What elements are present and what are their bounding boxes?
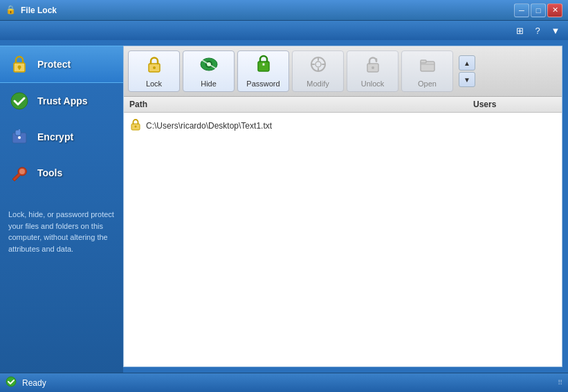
sidebar-item-trust-apps[interactable]: Trust Apps [0, 83, 123, 119]
unlock-button[interactable]: Unlock [347, 50, 398, 92]
modify-button-label: Modify [306, 80, 329, 88]
grid-icon[interactable]: ⊞ [513, 24, 526, 37]
open-button-label: Open [418, 80, 437, 88]
svg-point-27 [135, 126, 137, 128]
password-button[interactable]: * Password [237, 50, 289, 92]
sidebar-item-protect[interactable]: Protect [0, 46, 123, 83]
unlock-button-label: Unlock [361, 80, 385, 88]
file-lock-icon [129, 118, 142, 133]
lock-button-icon [145, 55, 164, 77]
help-icon[interactable]: ? [531, 24, 544, 37]
encrypt-label: Encrypt [37, 131, 73, 142]
file-list-body: C:\Users\ricardo\Desktop\Text1.txt [124, 113, 562, 139]
scroll-down-button[interactable]: ▼ [459, 72, 475, 87]
unlock-button-icon [363, 55, 383, 77]
sidebar-item-tools[interactable]: Tools [0, 155, 123, 191]
table-row[interactable]: C:\Users\ricardo\Desktop\Text1.txt [124, 115, 562, 136]
window-controls: ─ □ ✕ [514, 3, 562, 17]
tools-icon [8, 162, 30, 184]
sidebar-description: Lock, hide, or password protect your fil… [0, 198, 123, 265]
open-button[interactable]: Open [401, 50, 453, 92]
status-icon [6, 376, 17, 389]
minimize-button[interactable]: ─ [514, 3, 529, 17]
svg-point-17 [315, 62, 321, 67]
users-column-header: Users [473, 100, 556, 109]
status-text: Ready [22, 378, 46, 388]
lock-button-label: Lock [146, 80, 162, 88]
svg-rect-3 [19, 67, 20, 70]
close-button[interactable]: ✕ [547, 3, 562, 17]
password-button-label: Password [246, 80, 280, 88]
app-title: File Lock [21, 6, 514, 15]
encrypt-icon [8, 126, 30, 148]
scroll-buttons: ▲ ▼ [459, 55, 475, 87]
trust-apps-label: Trust Apps [37, 95, 88, 106]
sidebar-item-encrypt[interactable]: Encrypt [0, 119, 123, 155]
file-list: Path Users C:\Users\ricardo\Desktop\Text… [124, 97, 562, 366]
sidebar: Protect Trust Apps Encrypt [0, 40, 123, 373]
title-bar: 🔒 File Lock ─ □ ✕ [0, 0, 568, 21]
protect-icon [8, 53, 30, 75]
hide-button[interactable]: Hide [183, 50, 235, 92]
path-column-header: Path [129, 100, 473, 109]
app-icon: 🔒 [6, 5, 17, 16]
svg-rect-25 [421, 60, 426, 63]
modify-button-icon [309, 55, 328, 77]
password-button-icon: * [254, 55, 273, 77]
svg-text:*: * [262, 62, 265, 70]
svg-point-10 [153, 66, 156, 69]
app-toolbar: ⊞ ? ▼ [0, 21, 568, 40]
svg-rect-6 [15, 130, 21, 136]
svg-point-23 [372, 66, 374, 69]
hide-button-label: Hide [201, 80, 217, 88]
protect-label: Protect [37, 59, 71, 70]
resize-grip[interactable]: ⠿ [558, 379, 562, 386]
trust-apps-icon [8, 90, 30, 112]
open-button-icon [418, 55, 437, 77]
svg-point-7 [18, 136, 21, 139]
lock-button[interactable]: Lock [128, 50, 180, 92]
modify-button[interactable]: Modify [292, 50, 344, 92]
dropdown-icon[interactable]: ▼ [549, 24, 562, 37]
file-path: C:\Users\ricardo\Desktop\Text1.txt [146, 121, 556, 131]
status-bar: Ready ⠿ [0, 373, 568, 392]
main-container: Protect Trust Apps Encrypt [0, 40, 568, 373]
action-bar: Lock Hide * [124, 46, 562, 97]
content-area: Lock Hide * [123, 46, 562, 367]
hide-button-icon [199, 55, 219, 77]
maximize-button[interactable]: □ [531, 3, 546, 17]
scroll-up-button[interactable]: ▲ [459, 55, 475, 71]
file-list-header: Path Users [124, 97, 562, 113]
tools-label: Tools [37, 167, 62, 178]
